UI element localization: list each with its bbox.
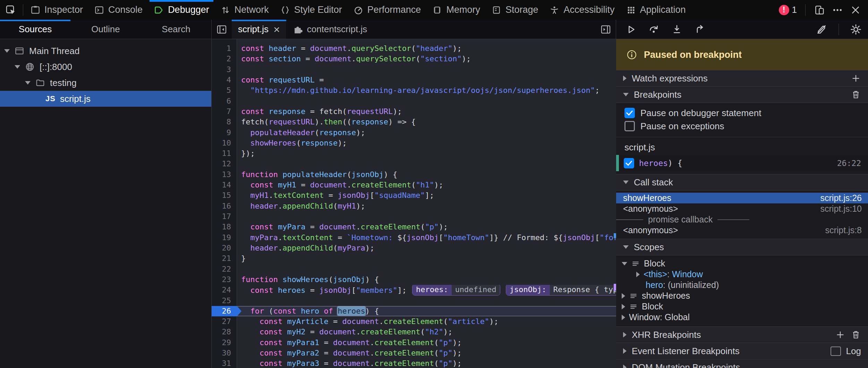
chevron-down-icon[interactable] [4, 49, 10, 53]
line-number[interactable]: 25 [212, 296, 237, 306]
line-number[interactable]: 23 [212, 274, 237, 285]
line-number[interactable]: 30 [212, 348, 237, 358]
tab-sources[interactable]: Sources [0, 20, 70, 39]
pick-element-button[interactable] [0, 0, 22, 20]
code-line-23[interactable]: 23function showHeroes(jsonObj) { [212, 274, 616, 285]
line-number[interactable]: 22 [212, 264, 237, 274]
code-line-7[interactable]: 7const response = fetch(requestURL); [212, 106, 616, 117]
collapse-debugger-panel-button[interactable] [596, 20, 616, 39]
event-listener-breakpoints-header[interactable]: Event Listener Breakpoints Log [616, 343, 868, 359]
close-icon[interactable] [850, 5, 861, 16]
line-number[interactable]: 31 [212, 358, 237, 368]
meatball-menu-icon[interactable] [832, 5, 843, 16]
call-stack-header[interactable]: Call stack [616, 174, 868, 191]
line-number[interactable]: 6 [212, 96, 237, 106]
chevron-right-icon[interactable] [622, 315, 625, 320]
code-line-17[interactable]: 17 [212, 211, 616, 222]
scope-node[interactable]: <this>: Window [616, 269, 868, 280]
code-line-13[interactable]: 13function populateHeader(jsonObj) { [212, 169, 616, 180]
scope-node[interactable]: Window: Global [616, 312, 868, 323]
code-line-26[interactable]: 26 for (const hero of heroes) { [212, 306, 616, 316]
line-number[interactable]: 10 [212, 138, 237, 148]
code-line-19[interactable]: 19 myPara.textContent = `Hometown: ${jso… [212, 233, 616, 243]
collapse-sources-panel-button[interactable] [212, 20, 232, 39]
line-number[interactable]: 7 [212, 106, 237, 117]
pretty-print-disabled-icon[interactable] [816, 24, 827, 35]
scope-node[interactable]: Block [616, 258, 868, 269]
line-number[interactable]: 2 [212, 54, 237, 64]
code-editor[interactable]: 1const header = document.querySelector("… [212, 39, 616, 368]
code-line-15[interactable]: 15 myH1.textContent = jsonObj["squadName… [212, 190, 616, 201]
line-number[interactable]: 27 [212, 316, 237, 327]
code-line-22[interactable]: 22 [212, 264, 616, 274]
line-number[interactable]: 5 [212, 85, 237, 96]
code-line-16[interactable]: 16 header.appendChild(myH1); [212, 201, 616, 211]
tab-outline[interactable]: Outline [70, 20, 141, 39]
line-number[interactable]: 26 [212, 306, 237, 316]
code-line-24[interactable]: 24 const heroes = jsonObj["members"];her… [212, 285, 616, 295]
code-line-18[interactable]: 18 const myPara = document.createElement… [212, 222, 616, 232]
line-number[interactable]: 20 [212, 243, 237, 253]
step-over-icon[interactable] [648, 24, 660, 35]
stack-frame[interactable]: showHeroesscript.js:26 [616, 193, 868, 203]
stack-frame[interactable]: <anonymous>script.js:10 [616, 203, 868, 214]
code-line-11[interactable]: 11}); [212, 148, 616, 159]
stack-frame[interactable]: promise callback [616, 214, 868, 225]
line-number[interactable]: 16 [212, 201, 237, 211]
toolbox-tab-memory[interactable]: Memory [426, 0, 486, 20]
line-number[interactable]: 9 [212, 128, 237, 138]
toolbox-tab-storage[interactable]: Storage [486, 0, 544, 20]
breakpoint-item[interactable]: heroes) {26:22 [616, 155, 868, 171]
code-line-20[interactable]: 20 header.appendChild(myPara); [212, 243, 616, 253]
stack-frame[interactable]: <anonymous>script.js:8 [616, 225, 868, 236]
code-line-14[interactable]: 14 const myH1 = document.createElement("… [212, 180, 616, 190]
line-number[interactable]: 18 [212, 222, 237, 232]
chevron-right-icon[interactable] [622, 293, 625, 299]
breakpoints-header[interactable]: Breakpoints [616, 86, 868, 103]
line-number[interactable]: 29 [212, 338, 237, 348]
code-line-27[interactable]: 27 const myArticle = document.createElem… [212, 316, 616, 327]
toolbox-tab-performance[interactable]: Performance [348, 0, 427, 20]
toolbox-tab-style-editor[interactable]: Style Editor [274, 0, 348, 20]
tree-item--8000[interactable]: [::]:8000 [0, 59, 211, 75]
resume-icon[interactable] [625, 24, 637, 35]
remove-all-xhr-breakpoints-icon[interactable] [851, 330, 861, 340]
code-line-10[interactable]: 10 showHeroes(response); [212, 138, 616, 148]
tree-item-testing[interactable]: testing [0, 75, 211, 91]
code-line-31[interactable]: 31 const myPara3 = document.createElemen… [212, 358, 616, 368]
remove-all-breakpoints-icon[interactable] [851, 89, 861, 100]
toolbox-tab-application[interactable]: Application [620, 0, 691, 20]
code-line-1[interactable]: 1const header = document.querySelector("… [212, 43, 616, 54]
tree-item-main-thread[interactable]: Main Thread [0, 43, 211, 59]
source-tab-contentscript-js[interactable]: contentscript.js [286, 20, 373, 39]
step-out-icon[interactable] [694, 24, 706, 35]
line-number[interactable]: 28 [212, 327, 237, 337]
line-number[interactable]: 13 [212, 169, 237, 180]
line-number[interactable]: 17 [212, 211, 237, 222]
chevron-right-icon[interactable] [636, 272, 640, 277]
tab-search[interactable]: Search [141, 20, 211, 39]
code-line-12[interactable]: 12 [212, 159, 616, 169]
tree-item-script-js[interactable]: JSscript.js [0, 91, 211, 107]
xhr-breakpoints-header[interactable]: XHR Breakpoints [616, 326, 868, 343]
step-in-icon[interactable] [671, 24, 683, 35]
code-line-5[interactable]: 5 "https://mdn.github.io/learning-area/j… [212, 85, 616, 96]
checkbox-unchecked[interactable] [624, 121, 635, 131]
pause-on-debugger-statement-option[interactable]: Pause on debugger statement [616, 106, 868, 120]
code-line-8[interactable]: 8fetch(requestURL).then((response) => { [212, 117, 616, 127]
close-tab-icon[interactable]: × [273, 24, 280, 35]
breakpoint-checkbox[interactable] [624, 158, 634, 168]
code-line-3[interactable]: 3 [212, 64, 616, 75]
line-number[interactable]: 4 [212, 75, 237, 85]
scope-node[interactable]: showHeroes [616, 290, 868, 301]
scope-node[interactable]: hero: (uninitialized) [616, 280, 868, 290]
line-number[interactable]: 11 [212, 148, 237, 159]
line-number[interactable]: 21 [212, 253, 237, 264]
chevron-down-icon[interactable] [15, 65, 20, 69]
checkbox-checked[interactable] [624, 108, 635, 118]
line-number[interactable]: 14 [212, 180, 237, 190]
source-tab-script-js[interactable]: script.js × [232, 20, 286, 39]
code-line-30[interactable]: 30 const myPara2 = document.createElemen… [212, 348, 616, 358]
add-watch-expression-icon[interactable] [851, 73, 861, 84]
pause-on-exceptions-option[interactable]: Pause on exceptions [616, 120, 868, 133]
